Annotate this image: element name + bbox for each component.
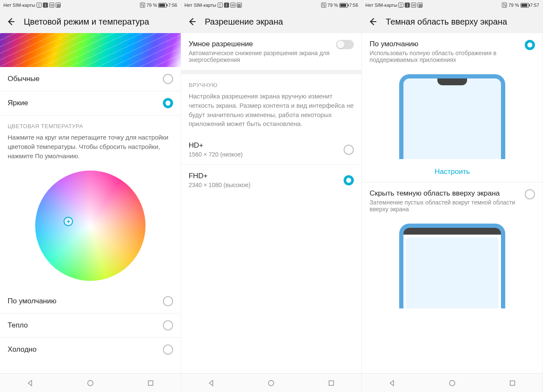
nav-back-icon[interactable] [388, 379, 396, 387]
preset-warm-row[interactable]: Тепло [0, 314, 181, 338]
resolution-hd-row[interactable]: HD+ 1560 × 720 (низкое) [181, 134, 362, 165]
phone-illustration [399, 74, 505, 159]
svg-rect-3 [329, 381, 334, 385]
temp-section-desc: Нажмите на круг или перетащите точку для… [0, 133, 181, 166]
clock: 7:57 [530, 3, 539, 8]
nav-back-icon[interactable] [26, 379, 34, 387]
sim-icon: ▯ [36, 3, 42, 8]
info-icon: i [405, 3, 410, 8]
notch-hide-row[interactable]: Скрыть темную область вверху экрана Зате… [362, 182, 543, 219]
notch-default-row[interactable]: По умолчанию Использовать полную область… [362, 33, 543, 70]
nav-back-icon[interactable] [207, 379, 215, 387]
radio-checked-icon [163, 98, 173, 108]
sim-icon: ▯ [398, 3, 403, 8]
manual-section-header: ВРУЧНУЮ [181, 74, 362, 92]
svg-point-0 [88, 380, 93, 386]
preset-default-label: По умолчанию [8, 297, 56, 305]
color-wheel[interactable]: + [35, 171, 146, 281]
resolution-fhd-row[interactable]: FHD+ 2340 × 1080 (высокое) [181, 165, 362, 195]
radio-unchecked-icon [163, 296, 173, 306]
mail-icon: ✉ [230, 3, 235, 8]
content: По умолчанию Использовать полную область… [362, 33, 543, 373]
fhd-sub: 2340 × 1080 (высокое) [189, 182, 339, 188]
battery-icon [521, 3, 529, 8]
svg-rect-1 [148, 381, 153, 385]
radio-unchecked-icon [163, 320, 173, 330]
smart-resolution-desc: Автоматическое снижение разрешения экран… [189, 50, 331, 63]
header: Разрешение экрана [181, 10, 362, 33]
mode-vivid-row[interactable]: Яркие [0, 91, 181, 115]
battery-icon [339, 3, 348, 8]
svg-point-2 [269, 380, 274, 386]
svg-rect-5 [510, 381, 515, 385]
screen-area [406, 237, 498, 308]
mail-icon: ✉ [49, 3, 54, 8]
screen-color-mode: Нет SIM-карты ▯ i ✉ ▦ N 79 % 7:56 Цветов… [0, 0, 181, 392]
status-right: N 79 % 7:57 [502, 3, 539, 8]
fhd-label: FHD+ [189, 172, 339, 180]
screen-notch: Нет SIM-карты ▯ i ✉ ▦ N 79 % 7:57 Темная… [362, 0, 543, 392]
notch-icon [437, 78, 467, 85]
color-wheel-wrap: + [0, 166, 181, 289]
status-bar: Нет SIM-карты ▯ i ✉ ▦ N 79 % 7:56 [181, 0, 362, 10]
nav-recent-icon[interactable] [147, 379, 154, 387]
nav-home-icon[interactable] [267, 379, 275, 387]
info-icon: i [224, 3, 229, 8]
nav-home-icon[interactable] [87, 379, 94, 387]
nav-home-icon[interactable] [448, 379, 456, 387]
nfc-icon: N [140, 3, 145, 8]
hd-label: HD+ [189, 141, 339, 150]
nav-bar [362, 373, 543, 392]
sim-icon: ▯ [218, 3, 223, 8]
screen-resolution: Нет SIM-карты ▯ i ✉ ▦ N 79 % 7:56 Разреш… [181, 0, 362, 392]
nav-recent-icon[interactable] [509, 379, 516, 387]
battery-pct: 79 % [327, 3, 338, 8]
nav-recent-icon[interactable] [327, 379, 335, 387]
divider [181, 70, 362, 74]
back-icon[interactable] [187, 17, 196, 26]
mode-vivid-label: Яркие [8, 99, 28, 107]
clock: 7:56 [168, 3, 177, 8]
notch-default-desc: Использовать полную область отображения … [369, 50, 520, 63]
nfc-icon: N [321, 3, 326, 8]
notch-hide-desc: Затемнение пустых областей вокруг темной… [369, 199, 520, 213]
status-left: Нет SIM-карты ▯ i ✉ ▦ [3, 3, 61, 8]
back-icon[interactable] [6, 17, 15, 26]
page-title: Разрешение экрана [205, 17, 283, 27]
preset-warm-label: Тепло [8, 321, 28, 330]
clock: 7:56 [349, 3, 358, 8]
mail-icon: ✉ [411, 3, 416, 8]
notch-hide-preview [362, 219, 543, 311]
status-left: Нет SIM-карты ▯ i ✉ ▦ [185, 3, 242, 8]
status-bar: Нет SIM-карты ▯ i ✉ ▦ N 79 % 7:57 [362, 0, 543, 10]
nav-bar [181, 373, 362, 392]
toggle-off-icon[interactable] [336, 40, 354, 49]
header: Темная область вверху экрана [362, 10, 543, 33]
status-bar: Нет SIM-карты ▯ i ✉ ▦ N 79 % 7:56 [0, 0, 181, 10]
radio-unchecked-icon [163, 74, 173, 84]
smart-resolution-row[interactable]: Умное разрешение Автоматическое снижение… [181, 33, 362, 70]
mode-normal-row[interactable]: Обычные [0, 67, 181, 91]
battery-pct: 79 % [508, 3, 519, 8]
nav-bar [0, 373, 181, 392]
radio-unchecked-icon [525, 189, 535, 199]
phone-illustration [399, 224, 505, 308]
status-right: N 79 % 7:56 [140, 3, 177, 8]
notch-hide-label: Скрыть темную область вверху экрана [369, 189, 520, 198]
radio-checked-icon [525, 40, 535, 50]
preset-cold-row[interactable]: Холодно [0, 338, 181, 361]
color-wheel-marker-icon[interactable]: + [64, 217, 73, 226]
radio-checked-icon [344, 175, 354, 185]
status-right: N 79 % 7:56 [321, 3, 358, 8]
configure-link[interactable]: Настроить [362, 162, 543, 182]
back-icon[interactable] [368, 17, 377, 26]
temp-section-header: ЦВЕТОВАЯ ТЕМПЕРАТУРА [0, 115, 181, 133]
radio-unchecked-icon [163, 344, 173, 355]
svg-point-4 [450, 380, 455, 386]
page-title: Цветовой режим и температура [24, 17, 149, 27]
content: Обычные Яркие ЦВЕТОВАЯ ТЕМПЕРАТУРА Нажми… [0, 33, 181, 373]
preset-default-row[interactable]: По умолчанию [0, 289, 181, 314]
dark-topbar-icon [403, 228, 501, 235]
mode-normal-label: Обычные [8, 75, 39, 83]
manual-section-desc: Настройка разрешения экрана вручную изме… [181, 92, 362, 134]
